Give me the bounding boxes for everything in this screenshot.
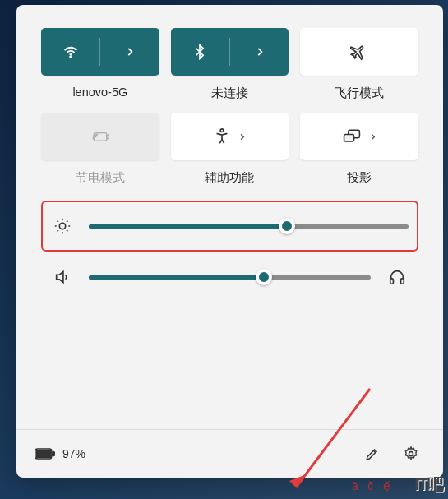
battery-status[interactable]: 97%: [35, 447, 85, 460]
quick-settings-panel: lenovo-5G 未连接: [16, 5, 443, 478]
svg-rect-8: [401, 279, 404, 284]
tile-accessibility-label: 辅助功能: [205, 170, 254, 186]
gear-icon: [403, 446, 419, 462]
project-icon: [342, 128, 362, 145]
tile-project[interactable]: [300, 113, 418, 160]
chevron-right-icon: [368, 132, 377, 141]
svg-rect-2: [107, 135, 109, 138]
edit-button[interactable]: [358, 440, 386, 468]
leaf-battery-icon: [90, 128, 111, 145]
watermark: IT吧: [414, 474, 443, 496]
tile-project-label: 投影: [347, 170, 372, 186]
tile-airplane[interactable]: [300, 28, 418, 76]
tile-accessibility[interactable]: [171, 113, 289, 160]
wifi-expand[interactable]: [100, 28, 159, 76]
tile-bluetooth-label: 未连接: [211, 85, 248, 101]
volume-row: [41, 252, 418, 303]
wifi-icon: [62, 43, 80, 61]
svg-rect-5: [344, 134, 353, 141]
svg-rect-11: [37, 450, 51, 458]
svg-point-0: [70, 56, 72, 58]
volume-icon[interactable]: [51, 268, 74, 286]
chevron-right-icon: [124, 46, 136, 58]
tile-wifi[interactable]: [41, 28, 159, 76]
brightness-icon: [51, 217, 74, 235]
svg-point-3: [220, 129, 224, 132]
svg-point-6: [59, 223, 65, 229]
airplane-icon: [350, 43, 368, 61]
chevron-right-icon: [238, 132, 247, 141]
volume-slider[interactable]: [89, 275, 371, 280]
bluetooth-expand[interactable]: [230, 28, 289, 76]
tile-bluetooth[interactable]: [171, 28, 289, 76]
volume-thumb[interactable]: [256, 269, 272, 285]
svg-rect-10: [53, 451, 55, 455]
wifi-toggle[interactable]: [41, 28, 99, 76]
bluetooth-toggle[interactable]: [171, 28, 229, 76]
tile-airplane-wrap: 飞行模式: [300, 28, 418, 101]
accessibility-icon: [213, 127, 231, 146]
tile-wifi-wrap: lenovo-5G: [41, 28, 159, 101]
brightness-row: [41, 201, 418, 252]
battery-percent: 97%: [62, 447, 85, 460]
tile-battery-saver[interactable]: [41, 113, 159, 160]
tile-battery-saver-label: 节电模式: [76, 170, 125, 186]
tile-grid: lenovo-5G 未连接: [16, 5, 443, 194]
tile-airplane-label: 飞行模式: [335, 85, 384, 101]
brightness-thumb[interactable]: [279, 218, 295, 234]
audio-output-button[interactable]: [386, 268, 409, 286]
brightness-fill: [89, 224, 287, 229]
tile-accessibility-wrap: 辅助功能: [171, 113, 289, 186]
volume-fill: [89, 275, 264, 280]
tile-bluetooth-wrap: 未连接: [171, 28, 289, 101]
svg-rect-7: [390, 279, 394, 284]
chevron-right-icon: [254, 46, 266, 58]
svg-point-12: [409, 452, 413, 456]
brightness-slider[interactable]: [89, 224, 409, 229]
headphones-icon: [388, 268, 406, 286]
panel-footer: 97%: [16, 429, 443, 478]
settings-button[interactable]: [397, 440, 425, 468]
annotation-text: ä · č · ę̌: [352, 479, 390, 492]
tile-wifi-label: lenovo-5G: [72, 85, 127, 99]
slider-section: [16, 194, 443, 319]
tile-project-wrap: 投影: [300, 113, 418, 186]
pencil-icon: [364, 446, 380, 462]
bluetooth-icon: [192, 44, 208, 60]
battery-icon: [35, 447, 56, 460]
tile-battery-saver-wrap: 节电模式: [41, 113, 159, 186]
